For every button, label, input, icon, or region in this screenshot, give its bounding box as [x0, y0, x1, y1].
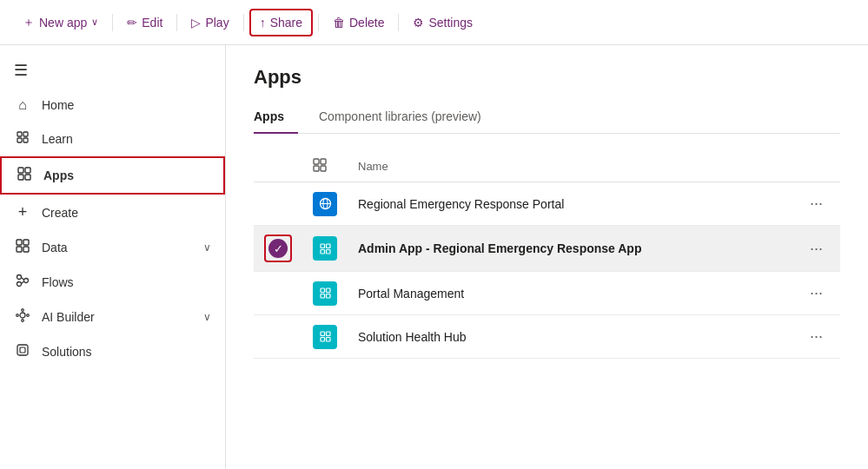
divider-3	[243, 14, 244, 31]
svg-rect-2	[17, 138, 22, 142]
sidebar-item-label: Flows	[42, 275, 74, 289]
delete-label: Delete	[349, 16, 384, 30]
app-icon	[313, 236, 337, 261]
hamburger-button[interactable]: ☰	[0, 52, 225, 89]
app-name-cell: Solution Health Hub	[348, 315, 788, 359]
more-options-cell: ···	[788, 226, 840, 272]
svg-point-18	[17, 314, 19, 317]
svg-rect-23	[321, 159, 326, 164]
svg-point-19	[27, 314, 30, 317]
svg-rect-11	[23, 247, 29, 252]
tab-component-libraries-label: Component libraries (preview)	[319, 109, 481, 123]
apps-table: Name Regional Emergency Res	[254, 151, 840, 359]
check-circle: ✓	[268, 239, 288, 258]
tabs-bar: Apps Component libraries (preview)	[254, 102, 840, 134]
sidebar-item-label: Apps	[43, 168, 74, 182]
more-options-button[interactable]: ···	[803, 191, 830, 216]
more-options-button[interactable]: ···	[803, 281, 830, 306]
gear-icon: ⚙	[413, 16, 424, 30]
svg-rect-25	[321, 166, 326, 171]
more-options-button[interactable]: ···	[803, 324, 830, 349]
home-icon: ⌂	[14, 97, 31, 113]
actions-header	[788, 151, 840, 182]
sidebar-item-ai-builder[interactable]: AI Builder ∨	[0, 300, 225, 334]
sidebar-item-data[interactable]: Data ∨	[0, 230, 225, 265]
svg-rect-35	[321, 294, 325, 299]
sidebar-item-label: Home	[42, 98, 74, 112]
edit-button[interactable]: ✏ Edit	[118, 10, 171, 35]
svg-rect-39	[321, 338, 325, 342]
svg-rect-37	[321, 332, 325, 336]
svg-point-17	[22, 320, 24, 322]
svg-rect-8	[17, 240, 22, 245]
delete-button[interactable]: 🗑 Delete	[324, 10, 393, 35]
sidebar-item-learn[interactable]: Learn	[0, 122, 225, 156]
learn-icon	[14, 130, 31, 148]
share-label: Share	[270, 16, 302, 30]
edit-icon: ✏	[127, 16, 137, 30]
svg-rect-4	[18, 168, 23, 173]
svg-rect-10	[17, 247, 22, 252]
hamburger-icon: ☰	[14, 61, 28, 80]
row-checkbox-cell[interactable]	[254, 182, 302, 226]
app-name-cell: Regional Emergency Response Portal	[348, 182, 788, 226]
table-row[interactable]: Portal Management ···	[254, 272, 840, 315]
sidebar-item-apps[interactable]: Apps	[0, 156, 225, 195]
sidebar-item-label: AI Builder	[42, 310, 95, 324]
svg-rect-32	[326, 249, 330, 254]
app-name: Portal Management	[358, 287, 464, 301]
data-icon	[14, 239, 31, 256]
table-header: Name	[254, 151, 840, 182]
svg-rect-36	[326, 294, 330, 299]
solutions-icon	[14, 343, 31, 360]
edit-label: Edit	[142, 16, 162, 30]
app-icon-cell	[302, 315, 348, 359]
tab-component-libraries[interactable]: Component libraries (preview)	[298, 102, 495, 134]
tab-apps[interactable]: Apps	[254, 102, 298, 134]
sidebar-item-solutions[interactable]: Solutions	[0, 334, 225, 369]
row-checkbox-cell[interactable]	[254, 272, 302, 315]
sidebar-item-label: Data	[42, 241, 68, 254]
sidebar-item-flows[interactable]: Flows	[0, 265, 225, 300]
checkbox-header	[254, 151, 302, 182]
row-checkbox-cell-selected[interactable]: ✓	[254, 226, 302, 272]
sidebar-item-create[interactable]: + Create	[0, 195, 225, 230]
sidebar-item-label: Solutions	[42, 345, 92, 359]
play-button[interactable]: ▷ Play	[182, 10, 237, 35]
apps-icon	[16, 167, 33, 184]
more-options-cell: ···	[788, 315, 840, 359]
more-options-button[interactable]: ···	[803, 236, 830, 261]
svg-rect-24	[314, 166, 319, 171]
checkbox-highlighted: ✓	[264, 234, 292, 262]
play-label: Play	[205, 16, 229, 30]
sidebar-item-home[interactable]: ⌂ Home	[0, 89, 225, 122]
app-name: Admin App - Regional Emergency Response …	[358, 241, 641, 255]
divider-1	[112, 14, 113, 31]
new-app-button[interactable]: ＋ New app ∨	[14, 10, 107, 36]
svg-point-15	[20, 313, 25, 318]
share-button[interactable]: ↑ Share	[249, 9, 313, 36]
sidebar-item-label: Learn	[42, 132, 73, 146]
svg-rect-3	[23, 138, 28, 142]
table-row[interactable]: Regional Emergency Response Portal ···	[254, 182, 840, 226]
table-row[interactable]: ✓ Admin App - Regional Emergency Respons…	[254, 226, 840, 272]
svg-point-12	[17, 275, 22, 280]
svg-rect-38	[326, 332, 330, 336]
app-name: Solution Health Hub	[358, 330, 467, 344]
app-icon-cell	[302, 182, 348, 226]
divider-5	[398, 14, 399, 31]
svg-point-16	[22, 309, 24, 312]
icon-header	[302, 151, 348, 182]
svg-rect-7	[25, 175, 30, 180]
settings-button[interactable]: ⚙ Settings	[404, 10, 481, 35]
table-row[interactable]: Solution Health Hub ···	[254, 315, 840, 359]
row-checkbox-cell[interactable]	[254, 315, 302, 359]
svg-point-13	[24, 279, 29, 283]
svg-rect-20	[17, 345, 28, 355]
app-icon-cell	[302, 226, 348, 272]
more-options-cell: ···	[788, 272, 840, 315]
checkmark-icon: ✓	[274, 242, 283, 255]
more-options-cell: ···	[788, 182, 840, 226]
tab-apps-label: Apps	[254, 109, 284, 123]
new-app-label: New app	[39, 16, 87, 30]
